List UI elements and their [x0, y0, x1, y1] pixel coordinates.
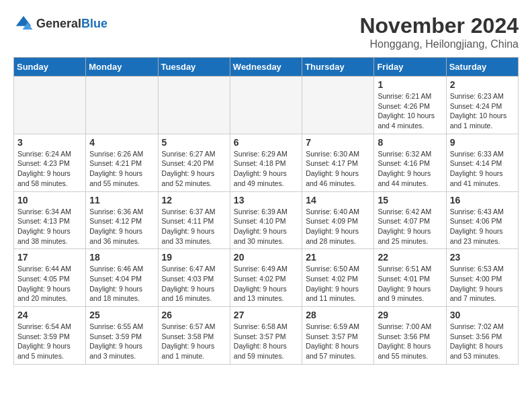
- day-number: 16: [450, 195, 515, 205]
- calendar-cell: 23Sunrise: 6:53 AM Sunset: 4:00 PM Dayli…: [446, 249, 518, 307]
- day-info: Sunrise: 6:33 AM Sunset: 4:14 PM Dayligh…: [450, 149, 515, 189]
- day-info: Sunrise: 6:51 AM Sunset: 4:01 PM Dayligh…: [378, 264, 442, 304]
- header-wednesday: Wednesday: [230, 58, 302, 77]
- day-info: Sunrise: 6:55 AM Sunset: 3:59 PM Dayligh…: [89, 322, 154, 361]
- calendar-week-2: 3Sunrise: 6:24 AM Sunset: 4:23 PM Daylig…: [14, 134, 519, 191]
- calendar-cell: 28Sunrise: 6:59 AM Sunset: 3:57 PM Dayli…: [302, 307, 374, 365]
- day-info: Sunrise: 6:58 AM Sunset: 3:57 PM Dayligh…: [234, 322, 298, 361]
- day-number: 9: [450, 137, 515, 148]
- day-number: 7: [306, 137, 370, 148]
- day-info: Sunrise: 6:50 AM Sunset: 4:02 PM Dayligh…: [306, 264, 370, 304]
- calendar-week-1: 1Sunrise: 6:21 AM Sunset: 4:26 PM Daylig…: [14, 77, 519, 134]
- calendar-cell: 18Sunrise: 6:46 AM Sunset: 4:04 PM Dayli…: [86, 249, 158, 307]
- day-number: 22: [378, 252, 442, 263]
- day-info: Sunrise: 6:47 AM Sunset: 4:03 PM Dayligh…: [162, 264, 226, 304]
- calendar-cell: 16Sunrise: 6:43 AM Sunset: 4:06 PM Dayli…: [446, 191, 518, 249]
- day-number: 6: [234, 137, 298, 148]
- day-number: 18: [89, 252, 154, 263]
- header-tuesday: Tuesday: [158, 58, 230, 77]
- calendar-cell: 27Sunrise: 6:58 AM Sunset: 3:57 PM Dayli…: [230, 307, 302, 365]
- logo: GeneralBlue: [13, 13, 107, 34]
- calendar-cell: 21Sunrise: 6:50 AM Sunset: 4:02 PM Dayli…: [302, 249, 374, 307]
- day-info: Sunrise: 6:23 AM Sunset: 4:24 PM Dayligh…: [450, 91, 515, 131]
- calendar-cell: 13Sunrise: 6:39 AM Sunset: 4:10 PM Dayli…: [230, 191, 302, 249]
- day-info: Sunrise: 6:32 AM Sunset: 4:16 PM Dayligh…: [378, 149, 442, 189]
- day-info: Sunrise: 6:26 AM Sunset: 4:21 PM Dayligh…: [89, 149, 154, 189]
- day-number: 20: [234, 252, 298, 263]
- day-number: 1: [378, 79, 442, 90]
- calendar-cell: 24Sunrise: 6:54 AM Sunset: 3:59 PM Dayli…: [14, 307, 86, 365]
- calendar-cell: 25Sunrise: 6:55 AM Sunset: 3:59 PM Dayli…: [86, 307, 158, 365]
- day-number: 2: [450, 79, 515, 90]
- calendar-cell: 14Sunrise: 6:40 AM Sunset: 4:09 PM Dayli…: [302, 191, 374, 249]
- header-friday: Friday: [374, 58, 446, 77]
- day-info: Sunrise: 6:57 AM Sunset: 3:58 PM Dayligh…: [162, 322, 226, 361]
- calendar-cell: 29Sunrise: 7:00 AM Sunset: 3:56 PM Dayli…: [374, 307, 446, 365]
- day-info: Sunrise: 6:54 AM Sunset: 3:59 PM Dayligh…: [17, 322, 82, 361]
- calendar-cell: 26Sunrise: 6:57 AM Sunset: 3:58 PM Dayli…: [158, 307, 230, 365]
- calendar-table: Sunday Monday Tuesday Wednesday Thursday…: [13, 57, 519, 365]
- day-number: 26: [162, 310, 226, 320]
- calendar-cell: 4Sunrise: 6:26 AM Sunset: 4:21 PM Daylig…: [86, 134, 158, 191]
- calendar-week-4: 17Sunrise: 6:44 AM Sunset: 4:05 PM Dayli…: [14, 249, 519, 307]
- calendar-cell: 1Sunrise: 6:21 AM Sunset: 4:26 PM Daylig…: [374, 77, 446, 134]
- day-number: 29: [378, 310, 442, 320]
- day-number: 23: [450, 252, 515, 263]
- calendar-cell: 8Sunrise: 6:32 AM Sunset: 4:16 PM Daylig…: [374, 134, 446, 191]
- day-info: Sunrise: 6:36 AM Sunset: 4:12 PM Dayligh…: [89, 207, 154, 246]
- day-info: Sunrise: 6:59 AM Sunset: 3:57 PM Dayligh…: [306, 322, 370, 361]
- calendar-cell: 6Sunrise: 6:29 AM Sunset: 4:18 PM Daylig…: [230, 134, 302, 191]
- day-number: 17: [17, 252, 82, 263]
- day-number: 19: [162, 252, 226, 263]
- day-number: 4: [89, 137, 154, 148]
- calendar-cell: 19Sunrise: 6:47 AM Sunset: 4:03 PM Dayli…: [158, 249, 230, 307]
- calendar-cell: 12Sunrise: 6:37 AM Sunset: 4:11 PM Dayli…: [158, 191, 230, 249]
- day-info: Sunrise: 6:39 AM Sunset: 4:10 PM Dayligh…: [234, 207, 298, 246]
- header-thursday: Thursday: [302, 58, 374, 77]
- day-info: Sunrise: 6:42 AM Sunset: 4:07 PM Dayligh…: [378, 207, 442, 246]
- day-number: 11: [89, 195, 154, 205]
- day-number: 13: [234, 195, 298, 205]
- header-monday: Monday: [86, 58, 158, 77]
- day-info: Sunrise: 7:00 AM Sunset: 3:56 PM Dayligh…: [378, 322, 442, 361]
- day-info: Sunrise: 6:46 AM Sunset: 4:04 PM Dayligh…: [89, 264, 154, 304]
- calendar-cell: 20Sunrise: 6:49 AM Sunset: 4:02 PM Dayli…: [230, 249, 302, 307]
- day-info: Sunrise: 6:21 AM Sunset: 4:26 PM Dayligh…: [378, 91, 442, 131]
- calendar-cell: [86, 77, 158, 134]
- day-number: 24: [17, 310, 82, 320]
- calendar-cell: 9Sunrise: 6:33 AM Sunset: 4:14 PM Daylig…: [446, 134, 518, 191]
- header-saturday: Saturday: [446, 58, 518, 77]
- day-info: Sunrise: 6:40 AM Sunset: 4:09 PM Dayligh…: [306, 207, 370, 246]
- day-number: 8: [378, 137, 442, 148]
- calendar-cell: 2Sunrise: 6:23 AM Sunset: 4:24 PM Daylig…: [446, 77, 518, 134]
- day-info: Sunrise: 6:49 AM Sunset: 4:02 PM Dayligh…: [234, 264, 298, 304]
- logo-text: GeneralBlue: [36, 17, 107, 31]
- calendar-cell: 17Sunrise: 6:44 AM Sunset: 4:05 PM Dayli…: [14, 249, 86, 307]
- calendar-cell: [230, 77, 302, 134]
- calendar-week-5: 24Sunrise: 6:54 AM Sunset: 3:59 PM Dayli…: [14, 307, 519, 365]
- day-number: 21: [306, 252, 370, 263]
- logo-icon: [13, 13, 34, 34]
- day-info: Sunrise: 6:53 AM Sunset: 4:00 PM Dayligh…: [450, 264, 515, 304]
- title-block: November 2024 Honggang, Heilongjiang, Ch…: [359, 13, 519, 50]
- day-info: Sunrise: 6:24 AM Sunset: 4:23 PM Dayligh…: [17, 149, 82, 189]
- calendar-cell: [14, 77, 86, 134]
- day-number: 27: [234, 310, 298, 320]
- calendar-cell: 3Sunrise: 6:24 AM Sunset: 4:23 PM Daylig…: [14, 134, 86, 191]
- weekday-header-row: Sunday Monday Tuesday Wednesday Thursday…: [14, 58, 519, 77]
- day-info: Sunrise: 6:44 AM Sunset: 4:05 PM Dayligh…: [17, 264, 82, 304]
- calendar-cell: 22Sunrise: 6:51 AM Sunset: 4:01 PM Dayli…: [374, 249, 446, 307]
- day-info: Sunrise: 6:43 AM Sunset: 4:06 PM Dayligh…: [450, 207, 515, 246]
- calendar-cell: [158, 77, 230, 134]
- page-header: GeneralBlue November 2024 Honggang, Heil…: [13, 13, 519, 50]
- logo-blue: Blue: [81, 17, 107, 30]
- calendar-week-3: 10Sunrise: 6:34 AM Sunset: 4:13 PM Dayli…: [14, 191, 519, 249]
- header-sunday: Sunday: [14, 58, 86, 77]
- day-number: 5: [162, 137, 226, 148]
- calendar-cell: 5Sunrise: 6:27 AM Sunset: 4:20 PM Daylig…: [158, 134, 230, 191]
- day-number: 30: [450, 310, 515, 320]
- day-number: 25: [89, 310, 154, 320]
- day-number: 3: [17, 137, 82, 148]
- day-number: 15: [378, 195, 442, 205]
- calendar-cell: [302, 77, 374, 134]
